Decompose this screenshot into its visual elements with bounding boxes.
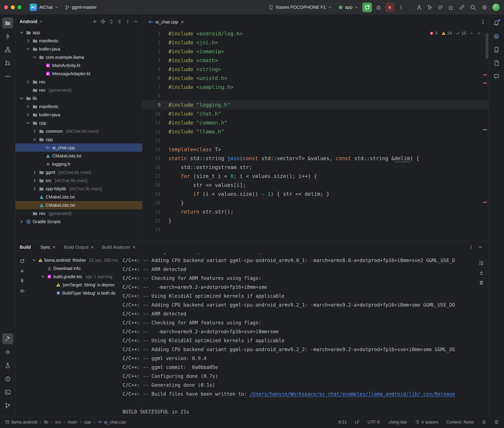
chevron-right[interactable] xyxy=(32,170,37,175)
project-tree-item[interactable]: common[AiChat.lib.main] xyxy=(16,127,142,135)
project-toolbar-collapse-all-button[interactable] xyxy=(116,18,123,25)
build-tab-sync[interactable]: Sync xyxy=(37,241,60,253)
project-tree-item[interactable]: com.example.llama xyxy=(16,53,142,61)
build-gutter-pin-button[interactable] xyxy=(19,278,25,284)
console-soft-wrap-button[interactable] xyxy=(479,260,484,266)
breadcrumb-item[interactable]: lib xyxy=(44,420,48,425)
build-tab-build-analyzer[interactable]: Build Analyzer xyxy=(99,241,139,253)
project-tree-item[interactable]: kotlin+java xyxy=(16,111,142,119)
project-tree-item[interactable]: ggml[AiChat.lib.main] xyxy=(16,168,142,176)
tool-strip-button-structure[interactable] xyxy=(2,44,13,55)
project-tree-item[interactable]: KMainActivity.kt xyxy=(16,61,142,70)
status-clang-tidy[interactable]: .clang-tidy xyxy=(388,420,407,425)
device-selector[interactable]: Xiaomi POCOPHONE F1 xyxy=(266,2,334,12)
status-line-separator[interactable]: LF xyxy=(355,420,360,425)
code-editor[interactable]: 1#include <android/log.h>2#include <jni.… xyxy=(142,29,488,241)
build-tab-build-output[interactable]: Build Output xyxy=(60,241,98,253)
chevron-right[interactable] xyxy=(32,128,37,134)
fullscreen-window-button[interactable] xyxy=(17,5,21,9)
build-gutter-eye-button[interactable] xyxy=(19,288,25,294)
project-toolbar-kebab-button[interactable] xyxy=(124,18,132,25)
inspections-widget[interactable]: 3 24 15 xyxy=(429,31,481,36)
build-gutter-rerun-button[interactable] xyxy=(19,258,25,265)
tool-strip-button-more-tools[interactable] xyxy=(2,71,13,82)
chevron-right[interactable] xyxy=(32,186,37,191)
project-tree-item[interactable]: manifests xyxy=(16,37,142,45)
project-tree-item[interactable]: res(generated) xyxy=(16,209,142,217)
build-tree-item[interactable]: llama.android: finished22 sec, 583 ms xyxy=(29,256,118,264)
chevron-right[interactable] xyxy=(25,104,31,109)
chevron-down-icon[interactable] xyxy=(39,20,43,24)
titlebar-tool-ai-actions[interactable] xyxy=(425,3,435,12)
run-button[interactable] xyxy=(362,3,372,12)
project-tree-item[interactable]: res xyxy=(16,78,142,86)
build-output-path-link[interactable]: /Users/hanyin/Workspace/ai-chat/examples… xyxy=(250,391,455,397)
tool-strip-button-build[interactable] xyxy=(2,333,13,344)
close-tab-icon[interactable] xyxy=(180,20,185,24)
tool-strip-button-project[interactable] xyxy=(2,17,13,28)
editor-options-icon[interactable] xyxy=(480,19,486,25)
inspection-passed[interactable]: 15 xyxy=(455,31,466,36)
tool-strip-button-device-manager[interactable] xyxy=(491,44,502,55)
project-tree-item[interactable]: res(generated) xyxy=(16,86,142,94)
project-tree-item[interactable]: app xyxy=(16,28,142,37)
chevron-down[interactable] xyxy=(40,274,45,279)
chevron-right[interactable] xyxy=(19,219,24,224)
chevron-down[interactable] xyxy=(19,30,24,35)
project-toolbar-target-button[interactable] xyxy=(99,18,107,25)
tool-strip-button-problems[interactable] xyxy=(2,373,13,384)
titlebar-tool-plugins[interactable] xyxy=(446,3,456,12)
build-panel-title[interactable]: Build xyxy=(20,245,31,250)
project-toolbar-expand-all-button[interactable] xyxy=(108,18,115,25)
editor-tab[interactable]: C ai_chat.cpp xyxy=(145,15,188,29)
project-tree-item[interactable]: CMakeLists.txt xyxy=(16,193,142,201)
settings-button[interactable] xyxy=(480,3,489,12)
chevron-right[interactable] xyxy=(25,79,31,85)
project-tree-item[interactable]: src[AiChat.lib.main] xyxy=(16,176,142,185)
build-tree-item[interactable]: Kbuild.gradle.ktsapp 1 warning xyxy=(29,272,118,281)
tool-strip-button-version-control[interactable] xyxy=(2,400,13,411)
status-caret-position[interactable]: 9:21 xyxy=(338,420,347,425)
project-tree-item[interactable]: CMakeLists.txt xyxy=(16,152,142,160)
close-icon[interactable] xyxy=(132,245,136,249)
project-tree-item[interactable]: cpp xyxy=(16,119,142,127)
chevron-down[interactable] xyxy=(32,54,37,60)
build-tree-item[interactable]: 'jvmTarget: String' is deprec xyxy=(29,281,118,289)
project-tree-item[interactable]: cpp-httplib[AiChat.lib.main] xyxy=(16,185,142,193)
status-ide-status[interactable] xyxy=(494,420,499,424)
prev-issue-icon[interactable] xyxy=(470,31,473,35)
project-tree-item[interactable]: Cai_chat.cpp xyxy=(16,144,142,152)
project-tree-item[interactable]: cpp xyxy=(16,135,142,144)
chevron-down[interactable] xyxy=(25,46,31,52)
project-widget[interactable]: AC AiChat xyxy=(27,2,61,12)
build-tree-item[interactable]: BuildType 'debug' is both de xyxy=(29,289,118,297)
project-view-selector[interactable]: Android xyxy=(19,19,37,24)
tool-strip-button-commit[interactable] xyxy=(2,31,13,42)
search-everywhere-button[interactable] xyxy=(468,3,478,12)
breadcrumb-item[interactable]: cpp xyxy=(84,420,91,425)
status-context[interactable]: Context: None xyxy=(446,420,474,425)
run-config-selector[interactable]: app xyxy=(336,2,361,12)
build-bar-kebab-button[interactable] xyxy=(467,243,475,251)
build-gutter-stop-gray-button[interactable] xyxy=(19,268,25,275)
tool-strip-button-pull-requests[interactable] xyxy=(2,58,13,68)
project-tree-item[interactable]: lib xyxy=(16,94,142,102)
chevron-down[interactable] xyxy=(19,96,24,101)
project-tree-item[interactable]: KMessageAdapter.kt xyxy=(16,70,142,78)
titlebar-tool-share-link[interactable] xyxy=(457,3,467,12)
titlebar-tool-code-with-me[interactable] xyxy=(414,3,424,12)
build-console[interactable]: C/C++: -- Using KleidiAI optimized kerne… xyxy=(118,253,488,416)
tool-strip-button-assistant[interactable] xyxy=(491,71,502,82)
tool-strip-button-gradle[interactable]: G xyxy=(491,31,502,42)
project-tree-item[interactable]: GGradle Scripts xyxy=(16,217,142,226)
close-window-button[interactable] xyxy=(4,5,8,9)
status-file-lock[interactable] xyxy=(482,420,486,424)
breadcrumb-item[interactable]: Cai_chat.cpp xyxy=(98,420,126,425)
vcs-branch-widget[interactable]: ggml-master xyxy=(63,2,99,12)
project-tree-item[interactable]: kotlin+java xyxy=(16,45,142,53)
more-actions-button[interactable] xyxy=(396,3,406,12)
debug-button[interactable] xyxy=(374,3,383,12)
project-tree-item[interactable]: Hlogging.h xyxy=(16,160,142,168)
tool-strip-button-notifications[interactable] xyxy=(491,17,502,28)
chevron-right[interactable] xyxy=(25,38,31,43)
